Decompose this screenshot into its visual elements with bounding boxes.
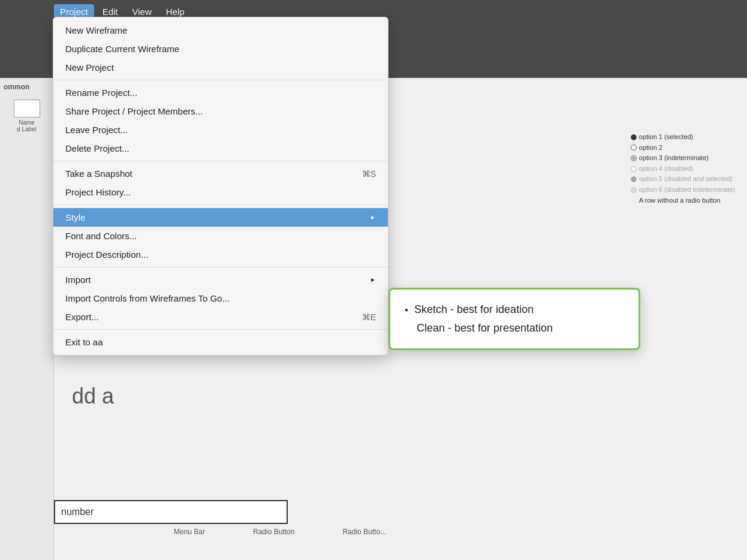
menu-item-new-wireframe[interactable]: New Wireframe (53, 21, 388, 40)
menu-item-rename-project[interactable]: Rename Project... (53, 83, 388, 102)
radio-label-6: option 6 (disabled indeterminate) (639, 185, 735, 195)
radio-option-2: option 2 (631, 143, 735, 153)
radio-label-1: option 1 (selected) (639, 132, 694, 143)
menu-item-leave-project[interactable]: Leave Project... (53, 121, 388, 139)
menu-item-take-snapshot[interactable]: Take a Snapshot ⌘S (53, 164, 388, 183)
sidebar-item-label: Name (19, 119, 35, 126)
radio-circle-6 (631, 187, 637, 193)
sidebar-item-icon (14, 100, 40, 118)
radio-circle-3 (631, 155, 637, 161)
sidebar-category-label: ommon (0, 78, 53, 96)
menu-item-font-colors[interactable]: Font and Colors... (53, 227, 388, 245)
radio-option-3: option 3 (indeterminate) (631, 153, 735, 164)
clean-label: Clean - best for presentation (417, 322, 553, 334)
menu-item-import[interactable]: Import ► (53, 270, 388, 289)
submenu-item-clean[interactable]: Clean - best for presentation (405, 320, 624, 336)
style-arrow-icon: ► (370, 214, 376, 221)
canvas-text-snippet: dd a (72, 384, 114, 409)
submenu-item-sketch[interactable]: ● Sketch - best for ideation (405, 302, 624, 318)
radio-label-3: option 3 (indeterminate) (639, 153, 709, 164)
divider-4 (53, 267, 388, 267)
component-label-radio2: Radio Butto... (342, 528, 386, 536)
radio-option-5: option 5 (disabled and selected) (631, 174, 735, 185)
menu-item-import-controls[interactable]: Import Controls from Wireframes To Go... (53, 289, 388, 308)
radio-circle-5 (631, 176, 637, 182)
sketch-label: Sketch - best for ideation (414, 302, 534, 318)
radio-circle-2 (631, 144, 637, 150)
radio-circle-4 (631, 166, 637, 172)
divider-3 (53, 204, 388, 205)
radio-label-2: option 2 (639, 143, 662, 153)
menu-item-project-description[interactable]: Project Description... (53, 245, 388, 264)
sidebar-item-sublabel: d Label (17, 126, 37, 133)
menu-item-exit[interactable]: Exit to aa (53, 333, 388, 351)
menu-item-duplicate-wireframe[interactable]: Duplicate Current Wireframe (53, 40, 388, 58)
radio-option-1: option 1 (selected) (631, 132, 735, 143)
menu-item-style[interactable]: Style ► (53, 208, 388, 227)
style-submenu[interactable]: ● Sketch - best for ideation Clean - bes… (388, 288, 640, 350)
project-menu[interactable]: New Wireframe Duplicate Current Wirefram… (53, 17, 388, 356)
menu-item-new-project[interactable]: New Project (53, 58, 388, 77)
menu-item-project-history[interactable]: Project History... (53, 183, 388, 201)
component-labels: Menu Bar Radio Button Radio Butto... (174, 528, 735, 536)
divider-1 (53, 80, 388, 80)
radio-options-panel: option 1 (selected) option 2 option 3 (i… (631, 132, 735, 206)
menu-item-share-project[interactable]: Share Project / Project Members... (53, 102, 388, 121)
divider-2 (53, 161, 388, 161)
radio-label-5: option 5 (disabled and selected) (639, 174, 733, 185)
radio-label-7: A row without a radio button (631, 195, 721, 206)
radio-option-4: option 4 (disabled) (631, 164, 735, 174)
radio-option-7: A row without a radio button (631, 195, 735, 206)
snapshot-shortcut: ⌘S (362, 169, 376, 179)
radio-label-4: option 4 (disabled) (639, 164, 694, 174)
menu-item-export[interactable]: Export... ⌘E (53, 308, 388, 326)
sidebar-item-name[interactable]: Name d Label (0, 96, 53, 136)
radio-circle-1 (631, 134, 637, 140)
divider-5 (53, 329, 388, 330)
component-label-radio: Radio Button (253, 528, 294, 536)
radio-option-6: option 6 (disabled indeterminate) (631, 185, 735, 195)
export-shortcut: ⌘E (362, 312, 376, 322)
component-label-menubar: Menu Bar (174, 528, 205, 536)
bottom-input-bar: number (54, 500, 288, 524)
import-arrow-icon: ► (370, 276, 376, 283)
bottom-input-value: number (61, 507, 94, 517)
sketch-bullet-icon: ● (405, 305, 408, 314)
sidebar: ommon Name d Label (0, 78, 54, 560)
menu-item-delete-project[interactable]: Delete Project... (53, 139, 388, 158)
